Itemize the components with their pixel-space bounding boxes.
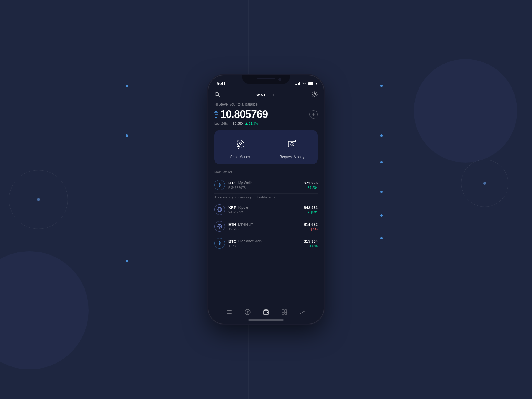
svg-marker-3 (245, 122, 248, 125)
balance-change-label: Last 24h: (214, 122, 228, 125)
svg-point-6 (243, 143, 244, 143)
app-content: WALLET Hi Steve, your total balance ₿ 10… (208, 88, 324, 324)
xrp-name: Ripple (238, 205, 248, 210)
eth-change: - $733 (304, 227, 318, 231)
wallet-item-eth[interactable]: ETH Ethereum 15.566 $14 632 - $733 (214, 218, 318, 235)
eth-value: $14 632 - $733 (304, 222, 318, 231)
phone-frame: 9:41 (208, 75, 324, 324)
svg-rect-16 (227, 310, 232, 311)
camera (278, 78, 281, 81)
align-dot-action (126, 134, 128, 137)
balance-number: 10.805769 (220, 108, 268, 121)
wallet-list: Main Wallet ₿ BTC My Wallet 5.34535678 (214, 170, 318, 305)
send-money-button[interactable]: Send Money (214, 130, 266, 164)
xrp-icon (214, 204, 225, 215)
btc-main-value: $71 336 + $7 204 (304, 181, 318, 189)
xrp-info: XRP Ripple 24 532.32 (228, 205, 304, 214)
btc-freelance-ticker: BTC (228, 239, 236, 244)
btc-main-name: My Wallet (238, 181, 254, 185)
eth-info: ETH Ethereum 15.566 (228, 222, 304, 231)
balance-change: Last 24h: + $9 250 21.3% (214, 122, 318, 125)
btc-freelance-info: BTC Freelance work 1.1468 (228, 239, 304, 248)
balance-amount: ₿ 10.805769 (214, 108, 268, 121)
align-dot-btc (380, 161, 383, 163)
svg-point-12 (218, 207, 222, 212)
btc-main-change: + $7 204 (304, 186, 318, 189)
nav-item-send[interactable] (244, 309, 251, 315)
eth-amount: 15.566 (228, 227, 304, 231)
decor-circle-left (9, 170, 68, 229)
align-dot-nav (126, 260, 128, 262)
wallet-item-btc-freelance[interactable]: ₿ BTC Freelance work 1.1468 $15 304 + $1… (214, 235, 318, 252)
align-dot-balance (126, 85, 128, 87)
wifi-icon (302, 81, 306, 86)
request-money-button[interactable]: $ Request Money (266, 130, 318, 164)
home-indicator (214, 318, 318, 324)
btc-freelance-value: $15 304 + $1 545 (304, 239, 318, 248)
btc-freelance-usd: $15 304 (304, 239, 318, 244)
xrp-amount: 24 532.32 (228, 210, 304, 214)
btc-symbol: ₿ (214, 110, 218, 119)
svg-text:$: $ (292, 143, 293, 146)
alt-wallet-title: Alternate cryptocurrency and addresses (214, 195, 318, 199)
nav-item-list[interactable] (226, 309, 233, 315)
settings-icon[interactable] (312, 91, 318, 99)
xrp-ticker: XRP (228, 205, 236, 210)
svg-marker-15 (219, 226, 220, 228)
bg-decoration-right (414, 59, 517, 163)
align-dot-eth (380, 214, 383, 217)
eth-name: Ethereum (238, 222, 253, 226)
speaker (257, 78, 275, 79)
signal-icon (295, 82, 300, 85)
wallet-item-xrp[interactable]: XRP Ripple 24 532.32 $42 931 + $501 (214, 201, 318, 218)
xrp-value: $42 931 + $501 (304, 205, 318, 214)
btc-main-ticker: BTC (228, 181, 236, 185)
align-dot-action-right (380, 134, 383, 137)
svg-rect-17 (227, 312, 232, 312)
balance-section: Hi Steve, your total balance ₿ 10.805769… (214, 102, 318, 130)
align-dot-add (380, 85, 383, 87)
request-icon: $ (284, 137, 300, 152)
send-money-label: Send Money (230, 155, 250, 159)
svg-rect-23 (285, 310, 287, 312)
wallet-item-btc-main[interactable]: ₿ BTC My Wallet 5.34535678 $71 336 + $7 … (214, 177, 318, 194)
battery-icon (308, 82, 315, 85)
notch (242, 75, 290, 84)
status-time: 9:41 (217, 81, 226, 86)
nav-item-wallet[interactable] (263, 309, 269, 315)
btc-freelance-name: Freelance work (238, 239, 262, 243)
svg-rect-21 (267, 312, 268, 313)
btc-freelance-icon: ₿ (214, 238, 225, 249)
nav-item-chart[interactable] (299, 309, 306, 315)
decor-circle-right (461, 160, 508, 207)
home-bar (248, 319, 284, 321)
phone-screen: 9:41 (208, 75, 324, 324)
svg-point-2 (314, 93, 316, 95)
balance-change-pct: 21.3% (245, 122, 258, 125)
svg-rect-24 (282, 312, 284, 314)
action-card: Send Money $ (214, 130, 318, 164)
bg-decoration-left (0, 251, 89, 369)
xrp-usd: $42 931 (304, 205, 318, 210)
align-dot-btc2 (380, 237, 383, 239)
header-title: WALLET (256, 93, 275, 97)
btc-freelance-change: + $1 545 (304, 244, 318, 248)
xrp-change: + $501 (304, 210, 318, 214)
balance-greeting: Hi Steve, your total balance (214, 102, 318, 106)
btc-main-amount: 5.34535678 (228, 186, 304, 189)
btc-main-usd: $71 336 (304, 181, 318, 185)
nav-item-grid[interactable] (281, 309, 288, 315)
btc-freelance-amount: 1.1468 (228, 244, 304, 248)
status-icons (295, 81, 315, 86)
btc-main-info: BTC My Wallet 5.34535678 (228, 181, 304, 189)
align-dot-xrp (380, 191, 383, 193)
eth-usd: $14 632 (304, 222, 318, 227)
request-money-label: Request Money (280, 155, 304, 159)
balance-change-amount: + $9 250 (230, 122, 243, 125)
search-icon[interactable] (214, 91, 220, 99)
svg-point-5 (240, 142, 242, 145)
eth-ticker: ETH (228, 222, 236, 227)
add-balance-button[interactable]: + (309, 110, 318, 119)
eth-icon (214, 221, 225, 232)
app-header: WALLET (214, 88, 318, 102)
